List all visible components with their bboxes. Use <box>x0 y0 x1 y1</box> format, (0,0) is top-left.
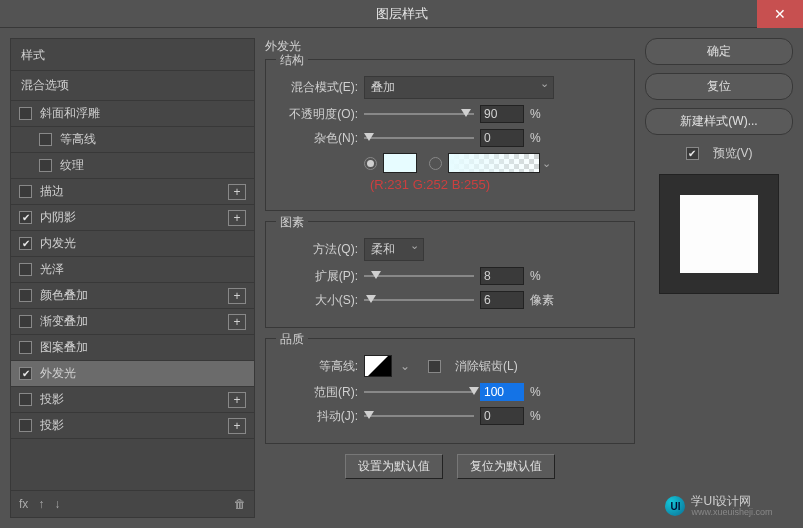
blend-options-header[interactable]: 混合选项 <box>11 70 254 101</box>
preview-swatch <box>680 195 758 273</box>
style-item-inner-shadow[interactable]: 内阴影+ <box>11 205 254 231</box>
style-item-outer-glow[interactable]: 外发光 <box>11 361 254 387</box>
size-label: 大小(S): <box>278 292 358 309</box>
checkbox[interactable] <box>19 237 32 250</box>
reset-button[interactable]: 复位 <box>645 73 793 100</box>
style-item-bevel[interactable]: 斜面和浮雕 <box>11 101 254 127</box>
move-up-icon[interactable]: ↑ <box>38 497 44 511</box>
contour-picker[interactable] <box>364 355 392 377</box>
checkbox[interactable] <box>19 107 32 120</box>
default-buttons: 设置为默认值 复位为默认值 <box>265 454 635 479</box>
fx-menu-button[interactable]: fx <box>19 497 28 511</box>
blend-mode-label: 混合模式(E): <box>278 79 358 96</box>
contour-label: 等高线: <box>278 358 358 375</box>
chevron-down-icon[interactable]: ⌄ <box>400 359 410 373</box>
section-title: 外发光 <box>265 38 635 55</box>
style-item-texture[interactable]: 纹理 <box>11 153 254 179</box>
color-annotation: (R:231 G:252 B:255) <box>370 177 490 192</box>
checkbox[interactable] <box>19 367 32 380</box>
noise-input[interactable] <box>480 129 524 147</box>
group-label: 结构 <box>276 52 308 69</box>
solid-color-radio[interactable] <box>364 157 377 170</box>
spread-input[interactable] <box>480 267 524 285</box>
add-instance-button[interactable]: + <box>228 392 246 408</box>
style-item-inner-glow[interactable]: 内发光 <box>11 231 254 257</box>
spread-label: 扩展(P): <box>278 268 358 285</box>
ok-button[interactable]: 确定 <box>645 38 793 65</box>
styles-footer: fx ↑ ↓ 🗑 <box>11 490 254 517</box>
checkbox[interactable] <box>19 315 32 328</box>
chevron-down-icon[interactable]: ⌄ <box>542 157 551 170</box>
range-input[interactable] <box>480 383 524 401</box>
jitter-label: 抖动(J): <box>278 408 358 425</box>
gradient-swatch[interactable] <box>448 153 540 173</box>
opacity-input[interactable] <box>480 105 524 123</box>
noise-slider[interactable] <box>364 131 474 145</box>
preview-checkbox[interactable] <box>686 147 699 160</box>
preview-label: 预览(V) <box>713 145 753 162</box>
checkbox[interactable] <box>19 289 32 302</box>
trash-icon[interactable]: 🗑 <box>234 497 246 511</box>
reset-default-button[interactable]: 复位为默认值 <box>457 454 555 479</box>
styles-header[interactable]: 样式 <box>11 39 254 70</box>
new-style-button[interactable]: 新建样式(W)... <box>645 108 793 135</box>
checkbox[interactable] <box>19 263 32 276</box>
unit-label: 像素 <box>530 292 558 309</box>
antialias-checkbox[interactable] <box>428 360 441 373</box>
opacity-label: 不透明度(O): <box>278 106 358 123</box>
jitter-input[interactable] <box>480 407 524 425</box>
styles-panel: 样式 混合选项 斜面和浮雕 等高线 纹理 描边+ 内阴影+ 内发光 光泽 颜色叠… <box>10 38 255 518</box>
style-item-gradient-overlay[interactable]: 渐变叠加+ <box>11 309 254 335</box>
window-title: 图层样式 <box>376 5 428 23</box>
content: 样式 混合选项 斜面和浮雕 等高线 纹理 描边+ 内阴影+ 内发光 光泽 颜色叠… <box>0 28 803 528</box>
checkbox[interactable] <box>39 133 52 146</box>
range-label: 范围(R): <box>278 384 358 401</box>
style-item-drop-shadow[interactable]: 投影+ <box>11 387 254 413</box>
add-instance-button[interactable]: + <box>228 314 246 330</box>
add-instance-button[interactable]: + <box>228 418 246 434</box>
checkbox[interactable] <box>19 419 32 432</box>
color-swatch[interactable] <box>383 153 417 173</box>
add-instance-button[interactable]: + <box>228 288 246 304</box>
style-item-stroke[interactable]: 描边+ <box>11 179 254 205</box>
unit-label: % <box>530 409 558 423</box>
unit-label: % <box>530 385 558 399</box>
structure-group: 结构 混合模式(E): 叠加 不透明度(O): % 杂色(N): % <box>265 59 635 211</box>
style-item-satin[interactable]: 光泽 <box>11 257 254 283</box>
antialias-label: 消除锯齿(L) <box>455 358 518 375</box>
add-instance-button[interactable]: + <box>228 184 246 200</box>
size-input[interactable] <box>480 291 524 309</box>
opacity-slider[interactable] <box>364 107 474 121</box>
checkbox[interactable] <box>39 159 52 172</box>
jitter-slider[interactable] <box>364 409 474 423</box>
range-slider[interactable] <box>364 385 474 399</box>
blend-mode-select[interactable]: 叠加 <box>364 76 554 99</box>
technique-select[interactable]: 柔和 <box>364 238 424 261</box>
preview-toggle[interactable]: 预览(V) <box>645 145 793 162</box>
add-instance-button[interactable]: + <box>228 210 246 226</box>
logo-subtext: www.xueuisheji.com <box>691 508 772 518</box>
style-item-pattern-overlay[interactable]: 图案叠加 <box>11 335 254 361</box>
checkbox[interactable] <box>19 393 32 406</box>
checkbox[interactable] <box>19 341 32 354</box>
set-default-button[interactable]: 设置为默认值 <box>345 454 443 479</box>
titlebar: 图层样式 ✕ <box>0 0 803 28</box>
watermark-logo: UI 学UI设计网 www.xueuisheji.com <box>645 495 793 518</box>
close-button[interactable]: ✕ <box>757 0 803 28</box>
checkbox[interactable] <box>19 185 32 198</box>
action-panel: 确定 复位 新建样式(W)... 预览(V) UI 学UI设计网 www.xue… <box>645 38 793 518</box>
style-item-color-overlay[interactable]: 颜色叠加+ <box>11 283 254 309</box>
settings-panel: 外发光 结构 混合模式(E): 叠加 不透明度(O): % 杂色(N): <box>265 38 635 518</box>
logo-icon: UI <box>665 496 685 516</box>
style-item-contour[interactable]: 等高线 <box>11 127 254 153</box>
gradient-radio[interactable] <box>429 157 442 170</box>
group-label: 品质 <box>276 331 308 348</box>
technique-label: 方法(Q): <box>278 241 358 258</box>
style-item-drop-shadow-2[interactable]: 投影+ <box>11 413 254 439</box>
group-label: 图素 <box>276 214 308 231</box>
layer-style-dialog: 图层样式 ✕ 样式 混合选项 斜面和浮雕 等高线 纹理 描边+ 内阴影+ 内发光… <box>0 0 803 528</box>
move-down-icon[interactable]: ↓ <box>54 497 60 511</box>
size-slider[interactable] <box>364 293 474 307</box>
spread-slider[interactable] <box>364 269 474 283</box>
checkbox[interactable] <box>19 211 32 224</box>
